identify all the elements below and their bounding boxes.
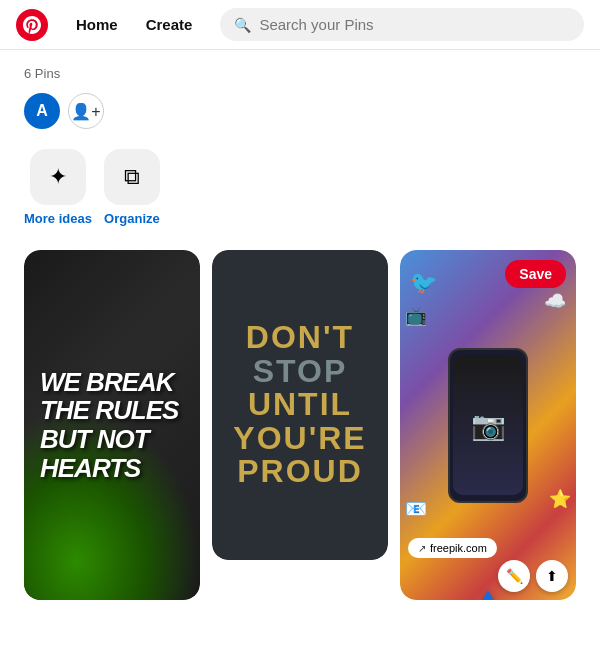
add-collaborator-button[interactable]: 👤+	[68, 93, 104, 129]
avatar: A	[24, 93, 60, 129]
pin2-line5: PROUD	[233, 455, 366, 489]
pin-column-2: DON'T STOP UNTIL YOU'RE PROUD	[212, 250, 388, 560]
save-button[interactable]: Save	[505, 260, 566, 288]
pin-card-1[interactable]: WE BREAK THE RULES BUT NOT HEARTS	[24, 250, 200, 600]
pin2-text: DON'T STOP UNTIL YOU'RE PROUD	[233, 321, 366, 489]
pins-count: 6 Pins	[24, 66, 576, 81]
pin2-background: DON'T STOP UNTIL YOU'RE PROUD	[212, 250, 388, 560]
nav-home[interactable]: Home	[64, 8, 130, 41]
instagram-icon: 📷	[471, 409, 506, 442]
pin-card-3[interactable]: Save 🐦 📘 📺 ☁️ 📧 ⭐ 📷	[400, 250, 576, 600]
freepik-label: freepik.com	[430, 542, 487, 554]
social-icon-star: ⭐	[549, 488, 571, 510]
add-person-icon: 👤+	[71, 102, 100, 121]
action-buttons: ✦ More ideas ⧉ Organize	[24, 149, 576, 226]
pin-grid: WE BREAK THE RULES BUT NOT HEARTS DON'T …	[24, 250, 576, 600]
share-icon: ⬆	[546, 568, 558, 584]
pin3-action-buttons: ✏️ ⬆	[498, 560, 568, 592]
pin3-background: Save 🐦 📘 📺 ☁️ 📧 ⭐ 📷	[400, 250, 576, 600]
pin2-line3: UNTIL	[233, 388, 366, 422]
organize-icon: ⧉	[104, 149, 160, 205]
more-ideas-icon: ✦	[30, 149, 86, 205]
pencil-icon: ✏️	[506, 568, 523, 584]
social-icon-cloud: ☁️	[544, 290, 566, 312]
pinterest-logo[interactable]	[16, 9, 48, 41]
arrow-up-icon	[478, 590, 498, 600]
search-bar[interactable]: 🔍	[220, 8, 584, 41]
pin1-background: WE BREAK THE RULES BUT NOT HEARTS	[24, 250, 200, 600]
social-icon-mail: 📧	[405, 498, 427, 520]
search-input[interactable]	[259, 16, 570, 33]
freepik-badge[interactable]: ↗ freepik.com	[408, 538, 497, 558]
board-actions: A 👤+	[24, 93, 576, 129]
social-icon-twitter: 🐦	[410, 270, 437, 296]
main-nav: Home Create	[64, 8, 204, 41]
main-content: 6 Pins A 👤+ ✦ More ideas ⧉ Organize WE B…	[0, 50, 600, 616]
search-icon: 🔍	[234, 17, 251, 33]
phone-mockup: 📷	[448, 348, 528, 503]
pin1-text: WE BREAK THE RULES BUT NOT HEARTS	[24, 352, 200, 498]
share-button[interactable]: ⬆	[536, 560, 568, 592]
pin2-line4: YOU'RE	[233, 422, 366, 456]
more-ideas-label: More ideas	[24, 211, 92, 226]
phone-screen: 📷	[453, 355, 523, 495]
arrow-indicator	[478, 590, 498, 600]
pin2-line1: DON'T	[233, 321, 366, 355]
organize-button[interactable]: ⧉ Organize	[104, 149, 160, 226]
social-icon-youtube: 📺	[405, 305, 427, 327]
edit-button[interactable]: ✏️	[498, 560, 530, 592]
nav-create[interactable]: Create	[134, 8, 205, 41]
app-header: Home Create 🔍	[0, 0, 600, 50]
more-ideas-button[interactable]: ✦ More ideas	[24, 149, 92, 226]
pin-column-3: Save 🐦 📘 📺 ☁️ 📧 ⭐ 📷	[400, 250, 576, 600]
pin-card-2[interactable]: DON'T STOP UNTIL YOU'RE PROUD	[212, 250, 388, 560]
pin-column-1: WE BREAK THE RULES BUT NOT HEARTS	[24, 250, 200, 600]
external-link-icon: ↗	[418, 543, 426, 554]
pin2-line2: STOP	[233, 355, 366, 389]
organize-label: Organize	[104, 211, 160, 226]
